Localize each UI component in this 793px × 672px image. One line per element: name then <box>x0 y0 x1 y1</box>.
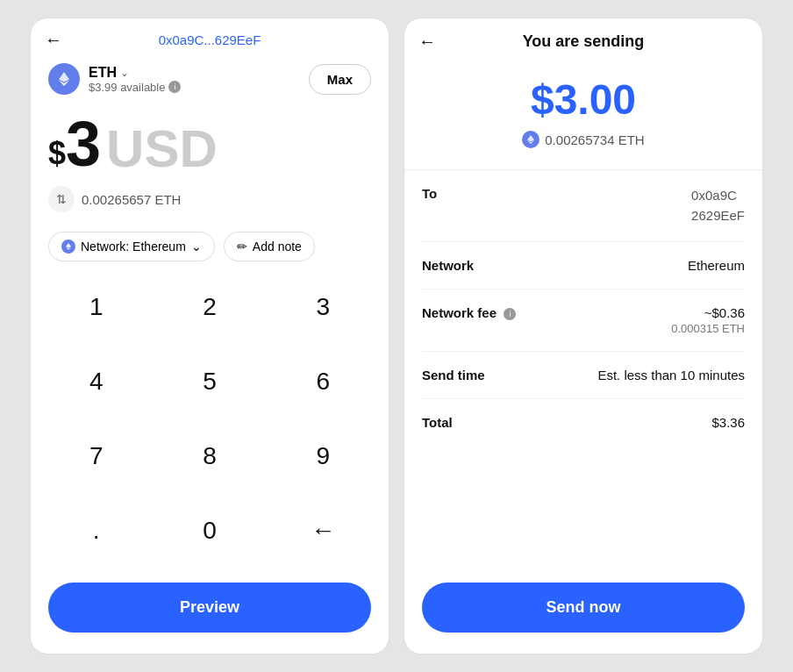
recipient-address: 0x0a9C...629EeF <box>159 32 261 47</box>
sending-eth-amount: 0.00265734 ETH <box>545 132 644 147</box>
token-selector-row: ETH ⌄ $3.99 available i Max <box>31 54 389 104</box>
total-label: Total <box>422 415 453 430</box>
send-time-value: Est. less than 10 minutes <box>597 368 745 382</box>
right-back-button[interactable]: ← <box>418 32 436 52</box>
key-6[interactable]: 6 <box>267 350 380 413</box>
key-2[interactable]: 2 <box>153 275 266 339</box>
to-row: To 0x0a9C 2629EeF <box>422 170 745 242</box>
to-address-line2: 2629EeF <box>691 206 745 226</box>
dollar-sign: $ <box>48 135 66 172</box>
amount-display: $ 3 USD <box>31 104 389 181</box>
network-detail-value: Ethereum <box>688 258 745 273</box>
key-decimal[interactable]: . <box>39 499 153 562</box>
preview-button[interactable]: Preview <box>48 583 371 633</box>
key-1[interactable]: 1 <box>39 275 153 339</box>
send-amount-screen: ← 0x0a9C...629EeF ETH ⌄ $3 <box>30 18 389 654</box>
add-note-button[interactable]: ✏ Add note <box>224 232 315 261</box>
eth-equivalent-row: ⇅ 0.00265657 ETH <box>31 181 389 225</box>
key-5[interactable]: 5 <box>153 350 266 413</box>
to-label: To <box>422 186 437 201</box>
total-value: $3.36 <box>711 415 745 430</box>
to-address-line1: 0x0a9C <box>691 186 745 206</box>
right-header: ← You are sending <box>404 18 762 58</box>
send-confirmation-screen: ← You are sending $3.00 0.00265734 ETH T… <box>404 18 763 654</box>
network-detail-label: Network <box>422 258 474 273</box>
fee-usd-value: ~$0.36 <box>671 305 745 320</box>
add-note-label: Add note <box>253 239 302 254</box>
pencil-icon: ✏ <box>237 239 247 254</box>
token-name: ETH <box>89 65 117 81</box>
transaction-details: To 0x0a9C 2629EeF Network Ethereum Netwo… <box>404 170 762 574</box>
total-row: Total $3.36 <box>422 399 745 446</box>
fee-row: Network fee i ~$0.36 0.000315 ETH <box>422 290 745 352</box>
eth-icon <box>48 63 80 95</box>
balance-info-icon: i <box>168 81 181 93</box>
key-8[interactable]: 8 <box>153 425 266 488</box>
amount-number: 3 <box>66 112 101 175</box>
max-button[interactable]: Max <box>309 64 371 95</box>
sending-eth-row: 0.00265734 ETH <box>522 131 644 148</box>
key-0[interactable]: 0 <box>153 499 266 562</box>
send-now-button[interactable]: Send now <box>422 583 745 633</box>
sending-eth-icon <box>522 131 539 148</box>
key-7[interactable]: 7 <box>39 425 153 488</box>
sending-usd-amount: $3.00 <box>531 75 636 124</box>
network-row: Network Ethereum <box>422 242 745 290</box>
eth-equiv-text: 0.00265657 ETH <box>82 192 181 207</box>
key-9[interactable]: 9 <box>267 425 380 488</box>
fee-label: Network fee <box>422 305 497 320</box>
key-backspace[interactable]: ← <box>267 499 380 562</box>
action-row: Network: Ethereum ⌄ ✏ Add note <box>31 225 389 275</box>
fee-info-icon: i <box>504 308 516 320</box>
fee-eth-value: 0.000315 ETH <box>671 322 745 335</box>
confirmation-title: You are sending <box>523 32 645 51</box>
keypad: 1 2 3 4 5 6 7 8 9 . 0 ← <box>31 275 389 574</box>
send-time-label: Send time <box>422 368 485 382</box>
back-button[interactable]: ← <box>45 30 62 50</box>
amount-currency: USD <box>106 123 218 175</box>
send-time-row: Send time Est. less than 10 minutes <box>422 352 745 399</box>
sending-amount-section: $3.00 0.00265734 ETH <box>404 58 762 170</box>
swap-icon[interactable]: ⇅ <box>48 186 75 212</box>
network-label: Network: Ethereum <box>81 239 186 254</box>
network-icon <box>61 239 75 254</box>
token-chevron-icon: ⌄ <box>120 67 129 79</box>
token-info[interactable]: ETH ⌄ $3.99 available i <box>48 63 181 95</box>
key-4[interactable]: 4 <box>39 350 153 413</box>
key-3[interactable]: 3 <box>267 275 380 339</box>
token-balance-text: $3.99 available <box>89 81 165 94</box>
left-header: ← 0x0a9C...629EeF <box>31 18 389 54</box>
network-selector-button[interactable]: Network: Ethereum ⌄ <box>48 232 215 261</box>
network-chevron-icon: ⌄ <box>191 239 202 254</box>
